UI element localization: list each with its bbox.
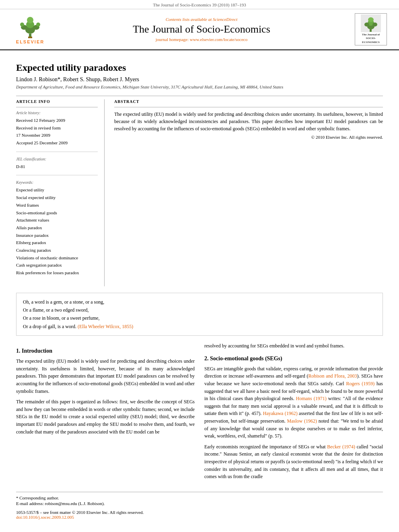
sciencedirect-link[interactable]: ScienceDirect xyxy=(213,17,237,22)
ref-rogers[interactable]: Rogers (1959) xyxy=(346,381,374,386)
article-info-abstract: ARTICLE INFO Article history: Received 1… xyxy=(16,99,383,286)
svg-point-7 xyxy=(36,23,40,27)
keyword-2: Social expected utility xyxy=(16,194,98,201)
svg-point-12 xyxy=(368,17,374,22)
journal-title: The Journal of Socio-Economics xyxy=(48,23,355,35)
keyword-12: Risk preferences for losses paradox xyxy=(16,269,98,277)
divider-1 xyxy=(16,96,383,96)
svg-point-3 xyxy=(27,17,33,23)
journal-logo-tree-icon xyxy=(361,14,380,32)
history-label: Article history: xyxy=(16,111,98,115)
jel-classification: JEL classification: D-81 xyxy=(16,157,98,176)
divider-abstract xyxy=(114,107,383,107)
intro-paragraph-1: The expected utility (EU) model is widel… xyxy=(16,357,195,395)
abstract-heading: ABSTRACT xyxy=(114,99,383,104)
svg-rect-9 xyxy=(370,29,372,32)
journal-logo-text: The Journal of SOCIO- ECONOMICS xyxy=(362,33,380,44)
keywords-label: Keywords: xyxy=(16,180,98,185)
doi-line: doi:10.1016/j.socec.2009.12.005 xyxy=(16,515,383,520)
ref-becker[interactable]: Becker (1974) xyxy=(327,444,355,450)
journal-logo-image xyxy=(361,14,381,32)
body-left-col: 1. Introduction The expected utility (EU… xyxy=(16,342,195,484)
keyword-3: Word frames xyxy=(16,201,98,209)
poem-attribution: (Ella Wheeler Wilcox, 1855) xyxy=(78,324,133,329)
abstract-col: ABSTRACT The expected utility (EU) model… xyxy=(114,99,383,286)
keyword-8: Ellsberg paradox xyxy=(16,239,98,246)
journal-header: ELSEVIER Contents lists available at Sci… xyxy=(0,9,399,50)
body-two-col: 1. Introduction The expected utility (EU… xyxy=(16,342,383,484)
elsevier-tree-icon xyxy=(16,14,44,39)
issn-line: 1053-5357/$ – see front matter © 2010 El… xyxy=(16,510,383,515)
authors: Lindon J. Robison*, Robert S. Shupp, Rob… xyxy=(16,76,383,83)
keyword-5: Attachment values xyxy=(16,216,98,224)
journal-citation: The Journal of Socio-Economics 39 (2010)… xyxy=(153,2,246,7)
poem-line-2: Or a flame, or a two edged sword, xyxy=(23,306,376,314)
doi-value[interactable]: doi:10.1016/j.socec.2009.12.005 xyxy=(16,515,74,520)
sciencedirect-line: Contents lists available at ScienceDirec… xyxy=(48,17,355,22)
poem-box: Oh, a word is a gem, or a stone, or a so… xyxy=(16,293,383,336)
article-title: Expected utility paradoxes xyxy=(16,62,383,73)
email-line: E-mail address: robison@msu.edu (L.J. Ro… xyxy=(16,501,383,506)
poem-line-1: Oh, a word is a gem, or a stone, or a so… xyxy=(23,298,376,306)
abstract-text: The expected utility (EU) model is widel… xyxy=(114,111,383,132)
keyword-11: Cash segregation paradox xyxy=(16,261,98,269)
intro-heading: 1. Introduction xyxy=(16,348,195,354)
article-info-col: ARTICLE INFO Article history: Received 1… xyxy=(16,99,105,286)
seg-paragraph-2: Early economists recognized the importan… xyxy=(204,443,383,481)
keyword-1: Expected utility xyxy=(16,186,98,194)
corresponding-author: * Corresponding author. xyxy=(16,495,383,500)
elsevier-label: ELSEVIER xyxy=(16,39,44,44)
doi-section: 1053-5357/$ – see front matter © 2010 El… xyxy=(16,510,383,520)
svg-point-13 xyxy=(364,23,369,27)
affiliation: Department of Agriculture, Food and Reso… xyxy=(16,84,383,89)
top-bar: The Journal of Socio-Economics 39 (2010)… xyxy=(0,0,399,9)
elsevier-logo: ELSEVIER xyxy=(12,14,48,44)
keyword-6: Allais paradox xyxy=(16,224,98,232)
footnote-section: * Corresponding author. E-mail address: … xyxy=(16,492,383,520)
jel-label: JEL classification: xyxy=(16,157,98,161)
poem-line-3: Or a rose in bloom, or a sweet perfume, xyxy=(23,314,376,322)
email-link[interactable]: robison@msu.edu xyxy=(45,501,77,506)
journal-logo-right: The Journal of SOCIO- ECONOMICS xyxy=(355,13,387,45)
jel-code: D-81 xyxy=(16,163,98,170)
keyword-9: Coalescing paradox xyxy=(16,246,98,254)
seg-paragraph-1: SEGs are intangible goods that validate,… xyxy=(204,365,383,440)
ref-maslow[interactable]: Maslow (1962) xyxy=(287,418,317,424)
journal-center: Contents lists available at ScienceDirec… xyxy=(48,17,355,42)
seg-heading: 2. Socio-emotional goods (SEGs) xyxy=(204,355,383,362)
intro-paragraph-2: The remainder of this paper is organized… xyxy=(16,398,195,435)
divider-info-1 xyxy=(16,107,98,107)
homepage-url[interactable]: www.elsevier.com/locate/soceco xyxy=(190,37,247,42)
received-date: Received 12 February 2009 Received in re… xyxy=(16,117,98,147)
svg-rect-8 xyxy=(28,37,32,38)
keyword-7: Insurance paradox xyxy=(16,232,98,239)
article-history: Article history: Received 12 February 20… xyxy=(16,111,98,152)
article-info-heading: ARTICLE INFO xyxy=(16,99,98,104)
ref-hayakawa[interactable]: Hayakawa (1962) xyxy=(263,411,298,416)
main-content: Expected utility paradoxes Lindon J. Rob… xyxy=(0,50,399,528)
intro-paragraph-2-continued: resolved by accounting for SEGs embedded… xyxy=(204,342,383,350)
poem-line-4: Or a drop of gall, is a word. (Ella Whee… xyxy=(23,322,376,331)
copyright: © 2010 Elsevier Inc. All rights reserved… xyxy=(114,135,383,140)
keywords-list: Expected utility Social expected utility… xyxy=(16,186,98,276)
ref-robison-flora[interactable]: Robison and Flora, 2003 xyxy=(308,373,357,379)
body-right-col: resolved by accounting for SEGs embedded… xyxy=(204,342,383,484)
keyword-4: Socio-emotional goods xyxy=(16,209,98,217)
keywords-section: Keywords: Expected utility Social expect… xyxy=(16,180,98,281)
svg-point-6 xyxy=(20,23,24,27)
svg-point-14 xyxy=(372,23,377,27)
ref-homans[interactable]: Homans (1971) xyxy=(296,396,327,401)
journal-homepage: journal homepage: www.elsevier.com/locat… xyxy=(48,37,355,42)
keyword-10: Violations of stochastic dominance xyxy=(16,254,98,262)
